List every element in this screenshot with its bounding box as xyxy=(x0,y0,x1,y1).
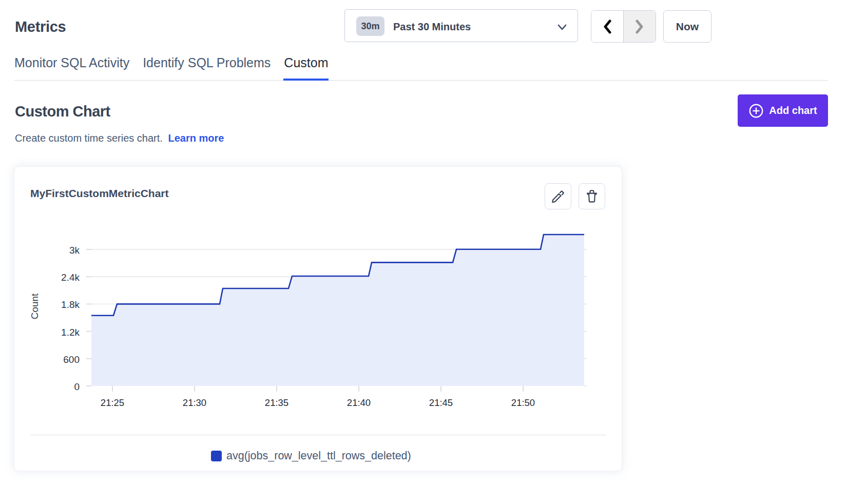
svg-text:3k: 3k xyxy=(69,245,80,256)
svg-text:Count: Count xyxy=(29,293,40,319)
svg-text:1.8k: 1.8k xyxy=(61,299,80,310)
svg-text:21:50: 21:50 xyxy=(511,397,535,408)
svg-text:21:35: 21:35 xyxy=(265,397,288,408)
svg-text:21:45: 21:45 xyxy=(429,397,453,408)
svg-text:1.2k: 1.2k xyxy=(61,327,80,338)
svg-text:2.4k: 2.4k xyxy=(61,272,80,283)
svg-text:21:40: 21:40 xyxy=(347,397,371,408)
svg-text:0: 0 xyxy=(74,381,80,392)
svg-text:21:25: 21:25 xyxy=(101,397,124,408)
svg-text:21:30: 21:30 xyxy=(183,397,206,408)
svg-text:600: 600 xyxy=(63,354,80,365)
